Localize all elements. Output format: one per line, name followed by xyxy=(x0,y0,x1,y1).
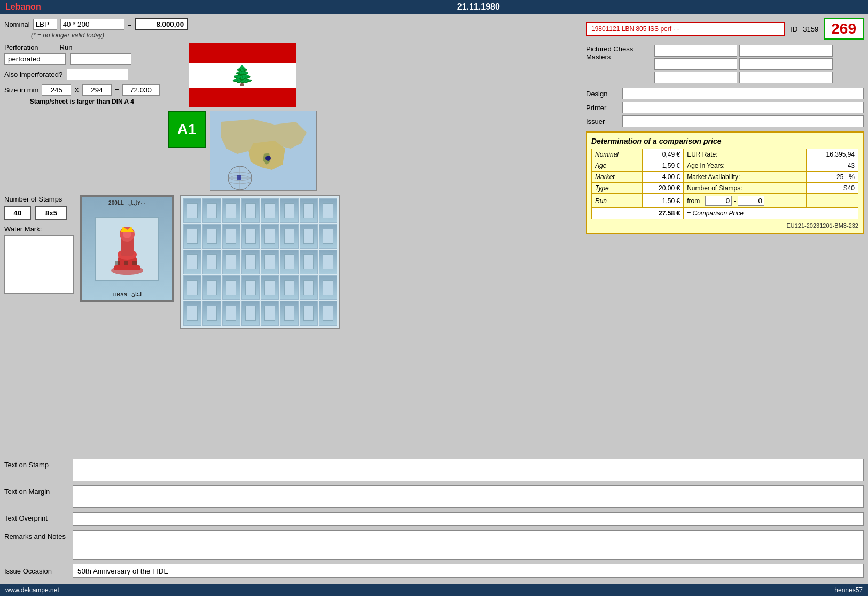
printer-input[interactable] xyxy=(622,102,864,113)
id-big: 269 xyxy=(824,18,864,40)
comp-eur-label: EUR Rate: xyxy=(684,149,807,160)
comp-num-stamps-value: S40 xyxy=(807,183,858,194)
stamp-cell xyxy=(261,224,279,249)
stamp-cell xyxy=(241,301,260,326)
nominal-value-input[interactable] xyxy=(60,19,124,30)
run-label: Run xyxy=(60,43,73,51)
stamp-cell xyxy=(202,224,221,249)
pictured-input-4[interactable] xyxy=(739,58,833,70)
comp-age-value: 1,59 € xyxy=(642,160,683,172)
stamps-label: Number of Stamps xyxy=(4,195,74,203)
stamp-cell xyxy=(183,250,201,274)
run-input[interactable] xyxy=(70,53,131,65)
svg-rect-6 xyxy=(237,175,241,180)
comp-total-label: = Comparison Price xyxy=(684,208,858,219)
stamp-cell xyxy=(300,224,318,249)
comp-eur-value: 16.395,94 xyxy=(807,149,858,160)
map-image xyxy=(210,111,317,191)
footer-right: hennes57 xyxy=(834,586,863,594)
comp-nominal-value: 0,49 € xyxy=(642,149,683,160)
stamp-cell xyxy=(222,301,240,326)
stamp-cell xyxy=(241,224,260,249)
right-panel: ID 3159 269 Pictured ChessMasters xyxy=(586,18,864,450)
footer-bar: www.delcampe.net hennes57 xyxy=(0,584,868,596)
pictured-input-5[interactable] xyxy=(654,72,737,83)
nominal-result-input[interactable] xyxy=(135,18,188,30)
pictured-label: Pictured ChessMasters xyxy=(586,45,650,61)
equals-sign: = xyxy=(128,20,132,28)
stamp-cell xyxy=(300,250,318,274)
comp-to-input[interactable] xyxy=(738,196,764,206)
text-overprint-label: Text Overprint xyxy=(4,512,68,522)
nominal-label: Nominal xyxy=(4,20,30,28)
nominal-row: Nominal = xyxy=(4,18,582,30)
issue-occasion-label: Issue Occasion xyxy=(4,567,68,575)
comp-num-stamps-label: Number of Stamps: xyxy=(684,183,807,194)
comp-age-years-value: 43 xyxy=(807,160,858,172)
comp-type-label: Type xyxy=(592,183,643,194)
comp-nominal-label: Nominal xyxy=(592,149,643,160)
design-input[interactable] xyxy=(622,88,864,99)
perforation-label: Perforation xyxy=(4,43,38,51)
stamp-cell xyxy=(183,198,201,223)
issuer-label: Issuer xyxy=(586,118,618,126)
pictured-input-6[interactable] xyxy=(739,72,833,83)
stamp-cell xyxy=(241,275,260,300)
stamp-cell xyxy=(183,224,201,249)
stamp-cell xyxy=(202,198,221,223)
size-equals: = xyxy=(115,86,119,94)
also-imp-input[interactable] xyxy=(67,69,128,80)
svg-point-1 xyxy=(265,156,271,161)
pictured-input-3[interactable] xyxy=(654,58,737,70)
pictured-input-2[interactable] xyxy=(739,45,833,57)
stamp-cell xyxy=(300,198,318,223)
size-y-input[interactable] xyxy=(82,84,112,96)
date-label: 21.11.1980 xyxy=(457,2,500,12)
text-margin-label: Text on Margin xyxy=(4,485,68,496)
remarks-input[interactable] xyxy=(73,530,864,560)
comp-avail-value: 25 % xyxy=(807,172,858,183)
comp-from-input[interactable] xyxy=(705,196,732,206)
comparison-title: Determination of a comparison price xyxy=(591,137,858,145)
issue-occasion-input[interactable] xyxy=(73,564,864,578)
size-x-input[interactable] xyxy=(42,84,71,96)
stamp-count-input[interactable] xyxy=(4,206,31,220)
stamp-code-input[interactable] xyxy=(586,22,785,36)
left-panel: Nominal = (* = no longer valid today) Pe… xyxy=(4,18,582,450)
comp-age-label: Age xyxy=(592,160,643,172)
text-margin-input[interactable] xyxy=(73,485,864,508)
stamp-cell xyxy=(222,198,240,223)
stamp-cell xyxy=(300,301,318,326)
svg-rect-16 xyxy=(132,261,137,265)
cedar-icon: 🌲 xyxy=(230,64,254,87)
size-result-input[interactable] xyxy=(122,84,160,96)
text-overprint-input[interactable] xyxy=(73,512,864,526)
comparison-box: Determination of a comparison price Nomi… xyxy=(586,131,864,234)
stamp-cell xyxy=(280,301,298,326)
stamp-cell xyxy=(319,198,337,223)
text-stamp-input[interactable] xyxy=(73,459,864,481)
size-label: Size in mm xyxy=(4,86,38,94)
pictured-input-1[interactable] xyxy=(654,45,737,57)
stamp-cell xyxy=(280,198,298,223)
watermark-box xyxy=(4,235,74,294)
text-stamp-label: Text on Stamp xyxy=(4,459,68,469)
stamp-cell xyxy=(319,301,337,326)
currency-input[interactable] xyxy=(33,19,57,30)
stamp-cell xyxy=(261,275,279,300)
issuer-input[interactable] xyxy=(622,115,864,127)
comp-total-value: 27,58 € xyxy=(592,208,684,219)
nominal-note: (* = no longer valid today) xyxy=(31,32,582,39)
comp-avail-label: Market Availability: xyxy=(684,172,807,183)
watermark-label: Water Mark: xyxy=(4,225,74,233)
printer-label: Printer xyxy=(586,104,618,112)
svg-rect-15 xyxy=(124,261,128,265)
stamp-cell xyxy=(202,301,221,326)
perforation-input[interactable] xyxy=(4,53,66,65)
stamp-cell xyxy=(280,275,298,300)
stamp-arrangement-input[interactable] xyxy=(35,206,67,220)
size-times: X xyxy=(74,86,79,94)
stamp-cell xyxy=(300,275,318,300)
stamp-cell xyxy=(261,250,279,274)
stamp-cell xyxy=(222,250,240,274)
